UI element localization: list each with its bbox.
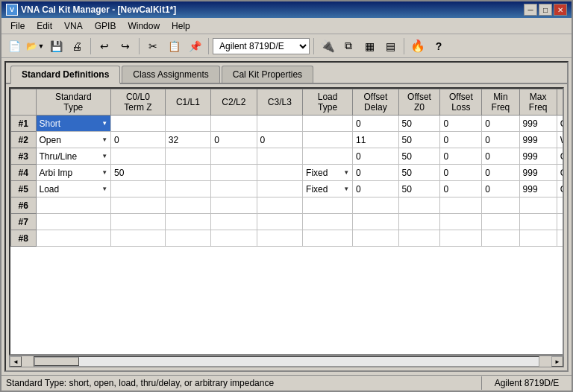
cell-type-6[interactable] — [36, 197, 111, 214]
cell-offsetloss-6[interactable] — [440, 197, 482, 214]
cell-offsetdelay-5[interactable]: 0 — [353, 181, 398, 197]
cell-offsetz0-8[interactable] — [398, 230, 440, 247]
scroll-right-button[interactable]: ► — [551, 356, 563, 367]
cell-loadtype-5[interactable]: Fixed▼ — [303, 181, 353, 197]
menu-window[interactable]: Window — [122, 19, 166, 33]
cell-loadtype-6[interactable] — [303, 197, 353, 214]
cell-c1l1-6[interactable] — [165, 197, 210, 214]
tab-cal-kit-properties[interactable]: Cal Kit Properties — [222, 66, 313, 83]
maximize-button[interactable]: □ — [539, 4, 552, 16]
cell-c3l3-1[interactable] — [257, 116, 302, 132]
scroll-thumb[interactable] — [34, 357, 79, 366]
cell-minfreq-4[interactable]: 0 — [482, 165, 519, 181]
menu-vna[interactable]: VNA — [58, 19, 89, 33]
cell-offsetz0-6[interactable] — [398, 197, 440, 214]
cell-offsetz0-4[interactable]: 50 — [398, 165, 440, 181]
cell-c1l1-1[interactable] — [165, 116, 210, 132]
tab-class-assignments[interactable]: Class Assignments — [122, 66, 219, 83]
scroll-left-button[interactable]: ◄ — [10, 356, 22, 367]
cell-c3l3-5[interactable] — [257, 181, 302, 197]
cell-maxfreq-8[interactable] — [519, 230, 557, 247]
cell-offsetdelay-2[interactable]: 11 — [353, 132, 398, 148]
instrument-dropdown[interactable]: Agilent 8719D/E — [213, 38, 310, 54]
cell-c0l0-3[interactable] — [111, 148, 166, 165]
cell-minfreq-6[interactable] — [482, 197, 519, 214]
horizontal-scrollbar[interactable]: ◄ ► — [9, 355, 564, 367]
cell-c3l3-3[interactable] — [257, 148, 302, 165]
cell-offsetloss-3[interactable]: 0 — [440, 148, 482, 165]
cell-offsetdelay-8[interactable] — [353, 230, 398, 247]
cell-medium-3[interactable]: Coax — [557, 148, 564, 165]
instrument-select[interactable]: Agilent 8719D/E — [213, 38, 310, 54]
cell-minfreq-2[interactable]: 0 — [482, 132, 519, 148]
cell-maxfreq-3[interactable]: 999 — [519, 148, 557, 165]
cell-c0l0-2[interactable]: 0 — [111, 132, 166, 148]
cell-c0l0-8[interactable] — [111, 230, 166, 247]
cell-c1l1-2[interactable]: 32 — [165, 132, 210, 148]
copy2-button[interactable]: ⧉ — [339, 37, 358, 56]
cell-maxfreq-7[interactable] — [519, 214, 557, 230]
cell-type-4[interactable]: Arbi Imp▼ — [36, 165, 111, 181]
cell-offsetdelay-3[interactable]: 0 — [353, 148, 398, 165]
cell-offsetz0-7[interactable] — [398, 214, 440, 230]
redo-button[interactable]: ↪ — [116, 37, 135, 56]
help-button[interactable]: ? — [429, 37, 448, 56]
cell-offsetz0-5[interactable]: 50 — [398, 181, 440, 197]
cell-loadtype-1[interactable] — [303, 116, 353, 132]
cell-c3l3-7[interactable] — [257, 214, 302, 230]
cell-offsetloss-5[interactable]: 0 — [440, 181, 482, 197]
paste-button[interactable]: 📌 — [185, 37, 204, 56]
cell-minfreq-3[interactable]: 0 — [482, 148, 519, 165]
cell-offsetloss-1[interactable]: 0 — [440, 116, 482, 132]
cell-c0l0-7[interactable] — [111, 214, 166, 230]
cell-c2l2-8[interactable] — [211, 230, 257, 247]
copy-button[interactable]: 📋 — [164, 37, 184, 56]
save-button[interactable]: 💾 — [46, 37, 66, 56]
cell-c1l1-7[interactable] — [165, 214, 210, 230]
cell-offsetloss-2[interactable]: 0 — [440, 132, 482, 148]
settings-button[interactable]: 🔥 — [408, 37, 428, 56]
cell-medium-1[interactable]: Coax — [557, 116, 564, 132]
cell-medium-7[interactable] — [557, 214, 564, 230]
close-button[interactable]: ✕ — [554, 4, 567, 16]
cell-c2l2-7[interactable] — [211, 214, 257, 230]
cell-c2l2-4[interactable] — [211, 165, 257, 181]
cell-c2l2-1[interactable] — [211, 116, 257, 132]
cell-c1l1-4[interactable] — [165, 165, 210, 181]
grid-button[interactable]: ▤ — [381, 37, 400, 56]
cell-maxfreq-5[interactable]: 999 — [519, 181, 557, 197]
cell-offsetdelay-7[interactable] — [353, 214, 398, 230]
menu-file[interactable]: File — [4, 19, 31, 33]
cell-type-3[interactable]: Thru/Line▼ — [36, 148, 111, 165]
cell-loadtype-7[interactable] — [303, 214, 353, 230]
cell-maxfreq-4[interactable]: 999 — [519, 165, 557, 181]
cell-medium-5[interactable]: Coax — [557, 181, 564, 197]
cut-button[interactable]: ✂ — [143, 37, 163, 56]
cell-c3l3-6[interactable] — [257, 197, 302, 214]
cell-c1l1-3[interactable] — [165, 148, 210, 165]
cell-maxfreq-1[interactable]: 999 — [519, 116, 557, 132]
cell-type-5[interactable]: Load▼ — [36, 181, 111, 197]
cell-maxfreq-2[interactable]: 999 — [519, 132, 557, 148]
cell-loadtype-4[interactable]: Fixed▼ — [303, 165, 353, 181]
cell-loadtype-3[interactable] — [303, 148, 353, 165]
open-button[interactable]: 📂▼ — [25, 37, 45, 56]
cell-offsetz0-3[interactable]: 50 — [398, 148, 440, 165]
print-button[interactable]: 🖨 — [67, 37, 87, 56]
cell-offsetz0-2[interactable]: 50 — [398, 132, 440, 148]
cell-c3l3-2[interactable]: 0 — [257, 132, 302, 148]
new-button[interactable]: 📄 — [4, 37, 24, 56]
cell-c0l0-5[interactable] — [111, 181, 166, 197]
cell-offsetloss-8[interactable] — [440, 230, 482, 247]
cell-medium-2[interactable]: Waveg — [557, 132, 564, 148]
cell-c0l0-4[interactable]: 50 — [111, 165, 166, 181]
cell-offsetdelay-6[interactable] — [353, 197, 398, 214]
cell-offsetloss-4[interactable]: 0 — [440, 165, 482, 181]
cell-c0l0-6[interactable] — [111, 197, 166, 214]
cell-loadtype-2[interactable] — [303, 132, 353, 148]
cell-c0l0-1[interactable] — [111, 116, 166, 132]
cell-c3l3-4[interactable] — [257, 165, 302, 181]
cell-c1l1-8[interactable] — [165, 230, 210, 247]
view-button[interactable]: ▦ — [360, 37, 379, 56]
cell-minfreq-8[interactable] — [482, 230, 519, 247]
